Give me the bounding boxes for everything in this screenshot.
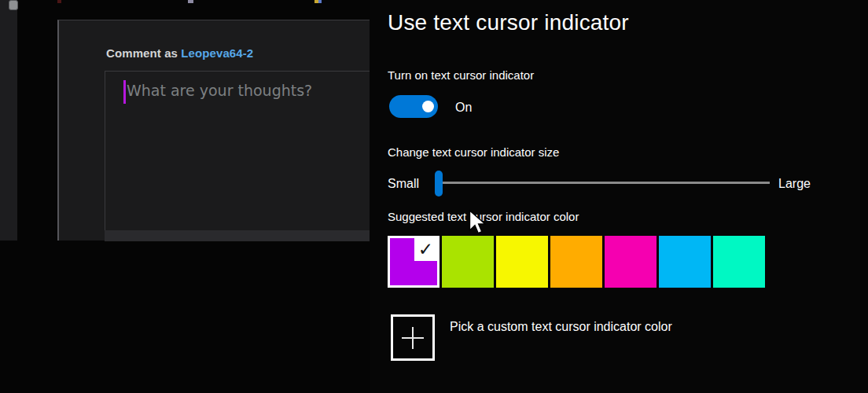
username-link[interactable]: Leopeva64-2 xyxy=(181,46,253,60)
slider-min-label: Small xyxy=(388,176,419,192)
slider-max-label: Large xyxy=(778,176,811,192)
settings-panel: Use text cursor indicator Turn on text c… xyxy=(370,0,868,393)
custom-color-label: Pick a custom text cursor indicator colo… xyxy=(450,319,672,335)
tab-favicon-fragment xyxy=(188,0,193,3)
color-swatch[interactable] xyxy=(659,236,711,288)
check-icon: ✓ xyxy=(414,238,437,261)
browser-background: Comment as Leopeva64-2 What are your tho… xyxy=(0,0,370,393)
color-swatch[interactable] xyxy=(713,236,765,288)
toggle-knob xyxy=(422,101,434,112)
toggle-state-label: On xyxy=(455,100,472,116)
textarea-placeholder: What are your thoughts? xyxy=(127,82,312,99)
plus-icon xyxy=(402,327,424,349)
color-swatch[interactable] xyxy=(442,236,494,288)
window-icon xyxy=(9,0,18,10)
suggested-color-row: ✓ xyxy=(388,236,765,288)
color-swatch[interactable]: ✓ xyxy=(388,236,440,288)
toggle-switch[interactable] xyxy=(389,95,438,118)
editor-toolbar xyxy=(105,230,370,241)
comment-textarea[interactable]: What are your thoughts? xyxy=(105,71,370,230)
page-title: Use text cursor indicator xyxy=(388,10,629,35)
suggested-color-label: Suggested text cursor indicator color xyxy=(388,209,579,225)
slider-track[interactable] xyxy=(443,182,770,184)
slider-thumb[interactable] xyxy=(435,171,443,196)
color-swatch[interactable] xyxy=(605,236,657,288)
comment-as-row: Comment as Leopeva64-2 xyxy=(106,46,253,60)
custom-color-button[interactable] xyxy=(391,314,435,361)
tab-favicon-fragment xyxy=(57,0,61,3)
browser-left-rail xyxy=(0,0,17,241)
slider-label: Change text cursor indicator size xyxy=(388,145,559,160)
comment-as-label: Comment as xyxy=(106,46,178,60)
text-cursor-indicator xyxy=(123,80,126,104)
color-swatch[interactable] xyxy=(496,236,548,288)
tab-favicon-fragment xyxy=(314,0,322,3)
color-swatch[interactable] xyxy=(550,236,602,288)
comment-panel: Comment as Leopeva64-2 What are your tho… xyxy=(57,20,370,241)
toggle-label: Turn on text cursor indicator xyxy=(388,68,534,83)
